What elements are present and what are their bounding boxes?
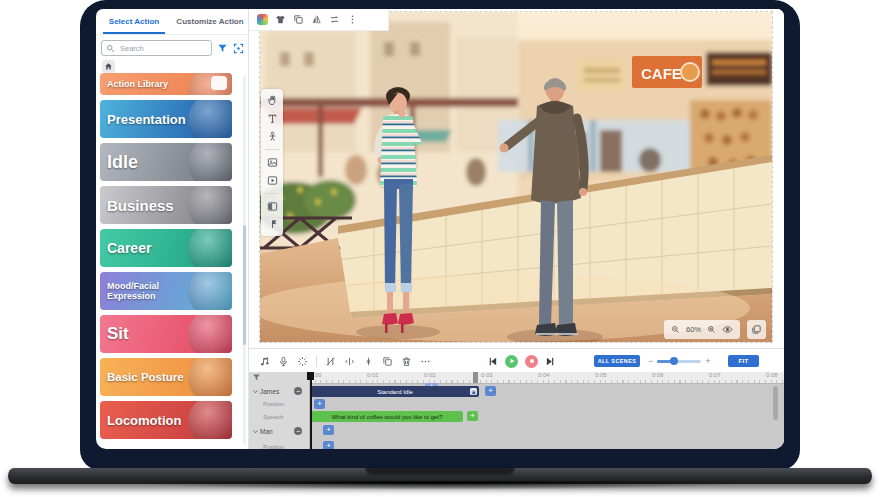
more-timeline-icon[interactable] bbox=[420, 356, 431, 367]
trim-out-icon[interactable] bbox=[363, 356, 374, 367]
slider-handle[interactable] bbox=[670, 357, 678, 365]
flip-icon[interactable] bbox=[311, 14, 322, 25]
music-icon[interactable] bbox=[259, 356, 270, 367]
main-area: CAFE bbox=[249, 9, 784, 449]
more-icon[interactable] bbox=[347, 14, 358, 25]
stage-viewport[interactable]: CAFE bbox=[259, 11, 773, 343]
timeline-scrollbar[interactable] bbox=[773, 386, 778, 420]
ruler-label: 0:03 bbox=[481, 372, 493, 378]
category-mood-facial-expression[interactable]: Mood/Facial Expression bbox=[100, 272, 232, 310]
timeline-tools bbox=[259, 349, 431, 373]
slider-minus[interactable]: − bbox=[648, 357, 653, 366]
scene-break-marker[interactable] bbox=[473, 372, 478, 383]
track-filter-icon[interactable] bbox=[252, 373, 261, 382]
category-sit[interactable]: Sit bbox=[100, 315, 232, 353]
tab-customize-action[interactable]: Customize Action bbox=[172, 9, 248, 34]
timeline-ruler[interactable]: 0:00 0:01 0:02 0:03 0:04 0:05 0:06 0:07 … bbox=[309, 372, 784, 384]
track-james[interactable]: James − bbox=[249, 385, 309, 397]
slider-track[interactable] bbox=[657, 360, 701, 363]
zoom-in-icon[interactable] bbox=[707, 325, 716, 334]
effects-icon[interactable] bbox=[297, 356, 308, 367]
panel-scrollbar-thumb[interactable] bbox=[243, 225, 246, 345]
timeline-zoom-slider: − + bbox=[648, 349, 711, 373]
stop-button[interactable] bbox=[525, 355, 538, 368]
ruler-label: 0:07 bbox=[709, 372, 721, 378]
category-action-library[interactable]: Action Library bbox=[100, 73, 232, 95]
add-speech-clip-button[interactable]: + bbox=[467, 411, 478, 421]
track-label: Position bbox=[263, 401, 284, 407]
fit-button[interactable]: FIT bbox=[728, 355, 759, 367]
stage-zoom-bar: 60% bbox=[664, 320, 740, 339]
playhead[interactable] bbox=[310, 372, 312, 449]
category-career[interactable]: Career bbox=[100, 229, 232, 267]
image-tool-icon[interactable] bbox=[267, 157, 278, 168]
track-list: James − Position Speech Man bbox=[249, 372, 310, 449]
chevron-down-icon[interactable] bbox=[252, 388, 259, 395]
skip-end-icon[interactable] bbox=[545, 356, 556, 367]
category-presentation[interactable]: Presentation bbox=[100, 100, 232, 138]
present-icon bbox=[751, 324, 762, 335]
add-man-position-button[interactable]: + bbox=[323, 441, 334, 449]
laptop-notch bbox=[365, 468, 515, 477]
mic-icon[interactable] bbox=[278, 356, 289, 367]
copy-clip-icon[interactable] bbox=[382, 356, 393, 367]
swap-icon[interactable] bbox=[329, 14, 340, 25]
track-james-position[interactable]: Position bbox=[249, 398, 309, 410]
timeline-toolbar: ALL SCENES − + FIT bbox=[249, 348, 784, 373]
library-box-icon bbox=[211, 76, 227, 90]
track-label: Speech bbox=[263, 414, 283, 420]
add-position-key-button[interactable]: + bbox=[314, 399, 325, 409]
duplicate-icon[interactable] bbox=[293, 14, 304, 25]
clip-speech[interactable]: What kind of coffee would you like to ge… bbox=[311, 411, 463, 422]
zoom-level: 60% bbox=[686, 325, 701, 334]
text-tool-icon[interactable] bbox=[267, 113, 278, 124]
category-label: Presentation bbox=[107, 112, 186, 127]
laptop-screen: Select Action Customize Action bbox=[96, 9, 784, 449]
category-basic-posture[interactable]: Basic Posture bbox=[100, 358, 232, 396]
panel-scrollbar[interactable] bbox=[243, 75, 246, 445]
collapse-track-button[interactable]: − bbox=[294, 427, 302, 435]
blend-clip-icon[interactable] bbox=[325, 356, 336, 367]
ruler-label: 0:06 bbox=[652, 372, 664, 378]
media-tool-icon[interactable] bbox=[267, 175, 278, 186]
filter-icon[interactable] bbox=[217, 43, 228, 54]
search-box[interactable] bbox=[101, 40, 212, 56]
slider-plus[interactable]: + bbox=[705, 357, 710, 366]
track-james-speech[interactable]: Speech bbox=[249, 411, 309, 423]
category-locomotion[interactable]: Locomotion bbox=[100, 401, 232, 439]
delete-clip-icon[interactable] bbox=[401, 356, 412, 367]
category-label: Mood/Facial Expression bbox=[107, 281, 181, 302]
pin-tool-icon[interactable] bbox=[267, 219, 278, 230]
hand-tool-icon[interactable] bbox=[267, 95, 278, 106]
category-label: Action Library bbox=[107, 79, 168, 89]
search-input[interactable] bbox=[118, 43, 202, 54]
add-man-clip-button[interactable]: + bbox=[323, 425, 334, 435]
category-idle[interactable]: Idle bbox=[100, 143, 232, 181]
play-button[interactable] bbox=[505, 355, 518, 368]
fit-panel-icon[interactable] bbox=[233, 43, 244, 54]
skip-start-icon[interactable] bbox=[487, 356, 498, 367]
chevron-down-icon[interactable] bbox=[252, 428, 259, 435]
trim-in-icon[interactable] bbox=[344, 356, 355, 367]
actor-palette-icon[interactable] bbox=[257, 14, 268, 25]
track-label: Man bbox=[260, 428, 273, 435]
page: Select Action Customize Action bbox=[0, 0, 880, 497]
visibility-icon[interactable] bbox=[722, 324, 733, 335]
split-view-icon[interactable] bbox=[267, 201, 278, 212]
all-scenes-button[interactable]: ALL SCENES bbox=[594, 355, 640, 367]
tab-select-action[interactable]: Select Action bbox=[96, 9, 172, 34]
clip-standard-idle[interactable]: Standard Idle ▣ bbox=[311, 386, 479, 397]
track-label: Position bbox=[263, 444, 284, 449]
category-business[interactable]: Business bbox=[100, 186, 232, 224]
track-man[interactable]: Man − bbox=[249, 425, 309, 437]
home-button[interactable] bbox=[102, 60, 115, 73]
zoom-out-icon[interactable] bbox=[671, 325, 680, 334]
search-icon bbox=[106, 44, 115, 53]
figure-tool-icon[interactable] bbox=[267, 131, 278, 142]
wardrobe-icon[interactable] bbox=[275, 14, 286, 25]
add-action-clip-button[interactable]: + bbox=[485, 386, 496, 396]
track-man-position[interactable]: Position bbox=[249, 441, 309, 449]
collapse-track-button[interactable]: − bbox=[294, 387, 302, 395]
present-mode-button[interactable] bbox=[747, 320, 766, 339]
clip-loop-icon[interactable]: ▣ bbox=[470, 388, 477, 395]
